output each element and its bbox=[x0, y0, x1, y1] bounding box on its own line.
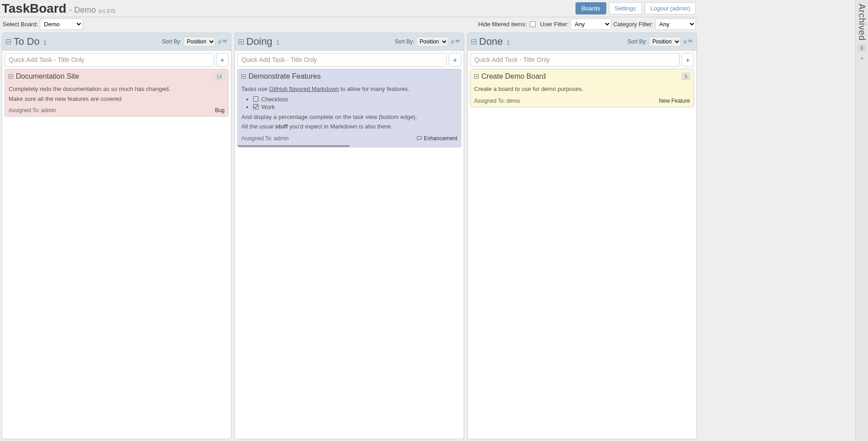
points-badge: 5 bbox=[682, 73, 690, 80]
quick-add-button[interactable]: + bbox=[449, 53, 461, 66]
quick-add-input[interactable] bbox=[237, 53, 447, 66]
board: To Do 1 Sort By: Position # + bbox=[0, 31, 699, 441]
select-board-label: Select Board: bbox=[3, 21, 38, 28]
card-body: Completely redo the documentation as so … bbox=[9, 83, 225, 104]
column-count: 1 bbox=[276, 39, 279, 46]
checkbox-unchecked-icon bbox=[253, 96, 259, 102]
quick-add-input[interactable] bbox=[470, 53, 680, 66]
task-card[interactable]: Documentation Site 13 Completely redo th… bbox=[5, 69, 229, 117]
sort-label: Sort By: bbox=[162, 38, 182, 45]
archived-label: Archived bbox=[857, 4, 867, 41]
hash-icon[interactable]: # bbox=[218, 38, 221, 45]
collapse-icon[interactable] bbox=[471, 39, 476, 44]
assigned-to: Assigned To: demo bbox=[474, 98, 520, 104]
category-tag: Enhancement bbox=[417, 135, 457, 142]
user-filter-dropdown[interactable]: Any bbox=[571, 19, 611, 30]
hash-icon[interactable]: # bbox=[684, 38, 687, 45]
column-count: 1 bbox=[43, 39, 47, 46]
quick-add-input[interactable] bbox=[5, 53, 214, 66]
sort-dropdown[interactable]: Position bbox=[416, 37, 448, 47]
filter-bar: Select Board: Demo Hide filtered items: … bbox=[0, 17, 699, 31]
column-header: Doing 1 Sort By: Position # bbox=[235, 33, 464, 51]
app-title: TaskBoard bbox=[2, 2, 67, 15]
task-card[interactable]: Demonstrate Features Tasks use GitHub fl… bbox=[237, 69, 461, 147]
checkbox-checked-icon bbox=[253, 104, 259, 109]
nav-settings-button[interactable]: Settings bbox=[609, 2, 642, 14]
brand: TaskBoard - Demo (v1.0.0) bbox=[2, 2, 115, 15]
sort-label: Sort By: bbox=[628, 38, 647, 45]
select-board-dropdown[interactable]: Demo bbox=[40, 19, 83, 30]
card-body: Create a board to use for demo purposes. bbox=[474, 83, 690, 95]
hash-icon[interactable]: # bbox=[451, 38, 454, 45]
markdown-link[interactable]: GitHub flavored Markdown bbox=[269, 85, 339, 92]
card-body: Tasks use GitHub flavored Markdown to al… bbox=[241, 83, 457, 133]
chevron-down-icon[interactable] bbox=[455, 38, 460, 45]
archived-count-badge: 0 bbox=[858, 44, 866, 52]
column-header: To Do 1 Sort By: Position # bbox=[2, 33, 231, 51]
points-badge: 13 bbox=[214, 73, 225, 80]
category-filter-dropdown[interactable]: Any bbox=[655, 19, 696, 30]
checklist-item: Work bbox=[253, 104, 457, 110]
checklist-item: Checklists bbox=[253, 96, 457, 103]
card-title: Demonstrate Features bbox=[249, 72, 321, 81]
collapse-icon[interactable] bbox=[239, 39, 244, 44]
category-tag: New Feature bbox=[659, 98, 690, 104]
column-header: Done 1 Sort By: Position # bbox=[468, 33, 696, 51]
hide-filtered-label: Hide filtered items: bbox=[478, 21, 527, 28]
card-title: Create Demo Board bbox=[481, 72, 546, 81]
comment-icon bbox=[417, 136, 422, 141]
quick-add-button[interactable]: + bbox=[216, 53, 229, 66]
quick-add-button[interactable]: + bbox=[681, 53, 694, 66]
column-done: Done 1 Sort By: Position # + bbox=[467, 33, 697, 439]
category-tag: Bug bbox=[215, 107, 225, 114]
board-name: - Demo bbox=[69, 5, 96, 15]
chevron-down-icon[interactable] bbox=[222, 38, 227, 45]
column-title: Doing bbox=[246, 36, 272, 47]
sort-label: Sort By: bbox=[395, 38, 414, 45]
archived-sidebar[interactable]: Archived 0 » bbox=[855, 0, 868, 441]
card-title: Documentation Site bbox=[16, 72, 79, 81]
app-version: (v1.0.0) bbox=[99, 8, 115, 14]
column-todo: To Do 1 Sort By: Position # + bbox=[2, 33, 231, 439]
nav-logout-button[interactable]: Logout (admin) bbox=[645, 2, 696, 14]
collapse-icon[interactable] bbox=[241, 74, 246, 79]
column-title: Done bbox=[479, 36, 503, 47]
hide-filtered-checkbox[interactable] bbox=[530, 21, 536, 27]
collapse-icon[interactable] bbox=[474, 74, 479, 79]
assigned-to: Assigned To: admin bbox=[241, 135, 289, 142]
category-filter-label: Category Filter: bbox=[613, 21, 653, 28]
column-count: 1 bbox=[507, 39, 510, 46]
chevron-down-icon[interactable] bbox=[688, 38, 693, 45]
user-filter-label: User Filter: bbox=[540, 21, 569, 28]
chevron-right-icon[interactable]: » bbox=[860, 55, 863, 62]
nav-boards-button[interactable]: Boards bbox=[575, 2, 606, 14]
sort-dropdown[interactable]: Position bbox=[183, 37, 216, 47]
assigned-to: Assigned To: admin bbox=[9, 107, 56, 114]
sort-dropdown[interactable]: Position bbox=[649, 37, 681, 47]
progress-bar bbox=[238, 145, 461, 147]
navbar: TaskBoard - Demo (v1.0.0) Boards Setting… bbox=[0, 0, 699, 17]
task-card[interactable]: Create Demo Board 5 Create a board to us… bbox=[470, 69, 694, 107]
column-doing: Doing 1 Sort By: Position # + bbox=[235, 33, 464, 439]
collapse-icon[interactable] bbox=[9, 74, 13, 79]
column-title: To Do bbox=[14, 36, 39, 47]
collapse-icon[interactable] bbox=[6, 39, 11, 44]
